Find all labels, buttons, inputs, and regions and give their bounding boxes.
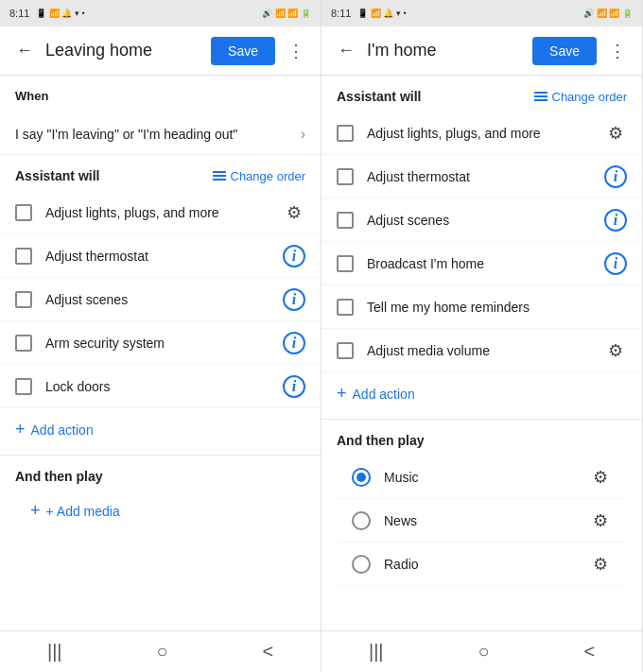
action-text-3-left: Adjust scenes [45, 292, 283, 307]
nav-menu-icon-right[interactable]: ||| [369, 641, 384, 663]
status-bar-right: 8:11 📱 📶 🔔 ▾ • 🔊 📶 📶 🔋 [322, 0, 642, 26]
info-icon-4-right[interactable]: i [604, 252, 627, 275]
action-item-1-right: Adjust lights, plugs, and more ⚙ [322, 112, 642, 155]
and-then-title-left: And then play [15, 469, 305, 484]
save-button-right[interactable]: Save [532, 37, 597, 65]
action-text-4-left: Arm security system [45, 336, 283, 351]
page-title-right: I'm home [367, 41, 532, 60]
assistant-will-header-left: Assistant will Change order [0, 155, 321, 191]
nav-home-icon-right[interactable]: ○ [478, 641, 489, 663]
bottom-nav-right: ||| ○ < [322, 630, 642, 672]
page-title-left: Leaving home [45, 41, 211, 60]
top-bar-right: ← I'm home Save ⋮ [322, 26, 642, 76]
nav-back-icon-right[interactable]: < [583, 641, 595, 663]
radio-text-news: News [384, 513, 589, 528]
checkbox-2-left[interactable] [15, 248, 32, 265]
radio-btn-news[interactable] [352, 511, 371, 530]
add-action-button-right[interactable]: + Add action [322, 372, 642, 415]
left-panel: 8:11 📱 📶 🔔 ▾ • 🔊 📶 📶 🔋 ← Leaving home Sa… [0, 0, 322, 672]
add-action-label-left: Add action [31, 422, 94, 438]
chevron-right-icon: › [301, 126, 305, 143]
info-icon-2-right[interactable]: i [604, 165, 627, 188]
more-menu-right[interactable]: ⋮ [600, 34, 634, 68]
action-item-3-right: Adjust scenes i [322, 198, 642, 242]
action-item-6-right: Adjust media volume ⚙ [322, 329, 642, 372]
reorder-icon-right [534, 92, 547, 101]
content-right: Assistant will Change order Adjust light… [322, 76, 642, 630]
trigger-text: I say "I'm leaving" or "I'm heading out" [15, 127, 237, 142]
assistant-will-title-left: Assistant will [15, 168, 99, 183]
gear-icon-music[interactable]: ⚙ [589, 466, 612, 489]
checkbox-1-right[interactable] [337, 125, 354, 142]
action-item-3-left: Adjust scenes i [0, 278, 321, 321]
media-item-music: Music ⚙ [337, 456, 627, 499]
assistant-will-header-right: Assistant will Change order [322, 76, 642, 112]
content-left: When I say "I'm leaving" or "I'm heading… [0, 76, 321, 630]
status-right-right: 🔊 📶 📶 🔋 [583, 9, 633, 18]
trigger-row[interactable]: I say "I'm leaving" or "I'm heading out"… [0, 114, 321, 155]
back-button-left[interactable]: ← [8, 34, 42, 68]
add-action-button-left[interactable]: + Add action [0, 408, 321, 451]
checkbox-2-right[interactable] [337, 168, 354, 185]
more-menu-left[interactable]: ⋮ [279, 34, 313, 68]
plus-icon-right: + [337, 384, 347, 404]
action-text-3-right: Adjust scenes [367, 213, 604, 228]
signal-icons-left: 🔊 📶 📶 🔋 [262, 9, 311, 18]
nav-home-icon-left[interactable]: ○ [156, 641, 167, 663]
action-text-4-right: Broadcast I'm home [367, 256, 604, 271]
status-time-right: 8:11 📱 📶 🔔 ▾ • [331, 8, 407, 19]
add-media-label-left: + Add media [46, 504, 120, 519]
action-text-1-right: Adjust lights, plugs, and more [367, 126, 604, 141]
nav-menu-icon-left[interactable]: ||| [47, 641, 62, 663]
status-time-left: 8:11 📱 📶 🔔 ▾ • [9, 8, 85, 19]
action-text-5-left: Lock doors [45, 379, 283, 394]
status-icons-right: 📱 📶 🔔 ▾ • [357, 9, 406, 18]
info-icon-5-left[interactable]: i [283, 375, 305, 398]
info-icon-2-left[interactable]: i [283, 245, 305, 267]
top-bar-left: ← Leaving home Save ⋮ [0, 26, 321, 76]
checkbox-4-left[interactable] [15, 335, 32, 352]
checkbox-5-left[interactable] [15, 378, 32, 395]
action-text-6-right: Adjust media volume [367, 343, 604, 358]
change-order-button-left[interactable]: Change order [213, 169, 306, 183]
info-icon-4-left[interactable]: i [283, 332, 305, 354]
radio-btn-music[interactable] [352, 468, 371, 487]
add-action-label-right: Add action [353, 387, 415, 402]
gear-icon-radio[interactable]: ⚙ [589, 553, 612, 576]
change-order-label-left: Change order [231, 169, 306, 183]
gear-icon-1-left[interactable]: ⚙ [283, 201, 305, 224]
checkbox-5-right[interactable] [337, 299, 354, 316]
radio-text-music: Music [384, 470, 589, 485]
checkbox-3-right[interactable] [337, 212, 354, 229]
save-button-left[interactable]: Save [211, 37, 275, 65]
gear-icon-6-right[interactable]: ⚙ [604, 339, 627, 362]
back-button-right[interactable]: ← [329, 34, 363, 68]
action-text-5-right: Tell me my home reminders [367, 300, 627, 315]
change-order-button-right[interactable]: Change order [534, 90, 628, 104]
checkbox-3-left[interactable] [15, 291, 32, 308]
add-media-button-left[interactable]: + + Add media [15, 491, 305, 530]
gear-icon-1-right[interactable]: ⚙ [604, 122, 627, 145]
signal-icons-right: 🔊 📶 📶 🔋 [583, 9, 633, 18]
action-text-2-right: Adjust thermostat [367, 169, 604, 184]
checkbox-4-right[interactable] [337, 255, 354, 272]
time-left: 8:11 [9, 8, 29, 19]
info-icon-3-left[interactable]: i [283, 288, 305, 311]
right-panel: 8:11 📱 📶 🔔 ▾ • 🔊 📶 📶 🔋 ← I'm home Save ⋮… [322, 0, 643, 672]
when-label: When [15, 89, 305, 103]
time-right: 8:11 [331, 8, 351, 19]
gear-icon-news[interactable]: ⚙ [589, 509, 612, 532]
action-item-5-left: Lock doors i [0, 365, 321, 408]
change-order-label-right: Change order [552, 90, 628, 104]
checkbox-1-left[interactable] [15, 204, 32, 221]
plus-icon-media-left: + [30, 501, 41, 521]
action-item-5-right: Tell me my home reminders [322, 285, 642, 329]
action-item-2-left: Adjust thermostat i [0, 234, 321, 278]
radio-btn-radio[interactable] [352, 555, 371, 574]
info-icon-3-right[interactable]: i [604, 209, 627, 232]
action-item-4-right: Broadcast I'm home i [322, 242, 642, 285]
nav-back-icon-left[interactable]: < [262, 641, 273, 663]
action-text-1-left: Adjust lights, plugs, and more [45, 205, 283, 220]
media-item-radio: Radio ⚙ [337, 543, 627, 586]
checkbox-6-right[interactable] [337, 342, 354, 359]
